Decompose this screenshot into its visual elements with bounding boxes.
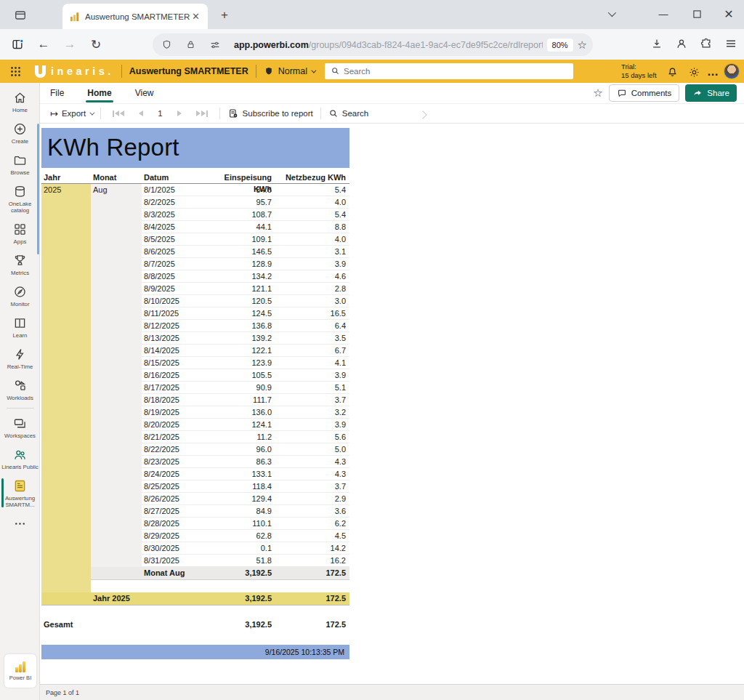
sidebar-item-power-bi[interactable]: Power BI	[4, 654, 36, 688]
table-body: 2025Aug8/1/202584.65.48/2/202595.74.08/3…	[41, 184, 349, 567]
menu-tab-file[interactable]: File	[49, 85, 65, 101]
sensitivity-label-dropdown[interactable]: Normal	[264, 66, 315, 76]
refresh-icon[interactable]: ↻	[86, 34, 106, 55]
sidebar-scrollbar[interactable]	[37, 124, 39, 254]
previous-page-icon[interactable]	[139, 110, 143, 116]
monitor-icon	[12, 284, 28, 299]
minimize-button[interactable]: —	[647, 0, 680, 28]
sidebar-nav: HomeCreateBrowseOneLake catalogAppsMetri…	[0, 86, 40, 535]
sidebar-item-onelake-catalog[interactable]: OneLake catalog	[0, 180, 40, 217]
sidebar-item-metrics[interactable]: Metrics	[0, 249, 40, 280]
shield-icon[interactable]	[161, 39, 179, 50]
sidebar-item-real-time[interactable]: Real-Time	[0, 342, 40, 374]
sidebar-item-browse[interactable]: Browse	[0, 148, 40, 180]
table-cell	[41, 345, 91, 357]
sidebar-item-label: Auswertung SMARTM...	[1, 495, 39, 508]
tab-actions-icon[interactable]	[12, 7, 29, 24]
sidebar-item-create[interactable]: Create	[0, 117, 40, 148]
profile-icon[interactable]	[671, 33, 692, 54]
trial-status: Trial: 15 days left	[621, 63, 657, 80]
sidebar-item-linearis-public[interactable]: Linearis Public	[0, 443, 40, 474]
table-cell: 124.1	[206, 419, 275, 431]
subscribe-button[interactable]: Subscribe to report	[220, 104, 320, 123]
linearis-logo[interactable]: inearis.	[35, 65, 114, 78]
notifications-bell-icon[interactable]	[664, 64, 680, 80]
menu-tab-view[interactable]: View	[134, 85, 155, 101]
table-cell: 2.8	[275, 283, 349, 295]
sidebar-item-home[interactable]: Home	[0, 86, 40, 117]
table-cell: 8/3/2025	[142, 209, 206, 221]
first-page-icon[interactable]	[113, 110, 124, 117]
lock-icon[interactable]	[185, 39, 203, 50]
table-cell	[41, 518, 91, 530]
table-cell: 8.8	[275, 221, 349, 233]
toolbar-overflow-chevron-icon[interactable]	[420, 108, 426, 121]
jahr-total-label: Jahr 2025	[91, 592, 142, 604]
table-cell	[91, 196, 142, 209]
table-cell: 111.7	[206, 394, 275, 406]
maximize-button[interactable]	[680, 0, 713, 28]
zoom-level-badge[interactable]: 80%	[547, 39, 573, 52]
page-number[interactable]: 1	[158, 109, 162, 118]
url-bar[interactable]: app.powerbi.com/groups/094d3cab-f824-4ae…	[153, 33, 593, 56]
browser-tab[interactable]: Auswertung SMARTMETER - Po ✕	[62, 4, 208, 29]
plus-circle-icon	[12, 121, 28, 137]
table-cell: 8/25/2025	[142, 480, 206, 493]
new-tab-button[interactable]: +	[217, 7, 232, 23]
table-cell: 129.4	[206, 493, 275, 505]
table-cell	[41, 196, 91, 209]
comments-button[interactable]: Comments	[609, 84, 680, 102]
table-cell: 44.1	[206, 221, 275, 233]
edge-workspaces-icon[interactable]	[7, 34, 28, 55]
table-cell: 3.7	[275, 480, 349, 493]
table-cell: 128.9	[206, 258, 275, 270]
extensions-icon[interactable]	[696, 33, 716, 54]
user-avatar[interactable]	[724, 63, 740, 79]
forward-icon[interactable]: →	[60, 34, 80, 55]
global-search-input[interactable]	[325, 63, 573, 79]
sidebar-item-monitor[interactable]: Monitor	[0, 280, 40, 311]
table-cell	[91, 258, 142, 270]
settings-gear-icon[interactable]	[686, 64, 702, 80]
sidebar-item-learn[interactable]: Learn	[0, 311, 40, 342]
sidebar-item-more[interactable]	[0, 512, 40, 535]
table-row: 8/7/2025128.93.9	[41, 258, 349, 270]
sidebar-item-label: Real-Time	[7, 363, 33, 370]
back-icon[interactable]: ←	[33, 34, 54, 55]
sidebar: HomeCreateBrowseOneLake catalogAppsMetri…	[0, 83, 40, 700]
table-cell: 4.3	[275, 468, 349, 480]
table-row: 8/19/2025136.03.2	[41, 406, 349, 419]
next-page-icon[interactable]	[177, 110, 182, 116]
browser-menu-icon[interactable]	[721, 33, 741, 54]
app-launcher-icon[interactable]	[6, 62, 25, 81]
share-button[interactable]: Share	[685, 84, 737, 102]
sidebar-item-workspaces[interactable]: Workspaces	[0, 411, 40, 443]
sidebar-item-auswertung-smartm[interactable]: Auswertung SMARTM...	[0, 474, 40, 512]
sidebar-item-apps[interactable]: Apps	[0, 217, 40, 249]
table-cell	[41, 233, 91, 246]
sidebar-item-label: Workspaces	[4, 433, 36, 439]
tab-list-chevron-icon[interactable]	[594, 0, 628, 28]
table-cell	[41, 295, 91, 307]
favorite-report-star-icon[interactable]: ☆	[593, 87, 602, 100]
report-search-button[interactable]: Search	[321, 104, 376, 123]
table-cell	[41, 456, 91, 468]
table-cell: 2.9	[275, 493, 349, 505]
table-cell: 136.0	[206, 406, 275, 419]
table-cell: 3.9	[275, 369, 349, 382]
table-cell: 108.7	[206, 209, 275, 221]
export-button[interactable]: ↦ Export	[43, 104, 100, 123]
tab-close-icon[interactable]: ✕	[190, 11, 202, 22]
last-page-icon[interactable]	[196, 110, 208, 117]
menu-tab-home[interactable]: Home	[86, 85, 113, 101]
close-window-button[interactable]: ✕	[712, 0, 744, 28]
tracking-prevention-icon[interactable]	[209, 39, 227, 51]
more-options-icon[interactable]: …	[705, 64, 721, 80]
table-cell	[41, 246, 91, 258]
table-row: 8/17/202590.95.1	[41, 382, 349, 394]
favorite-star-icon[interactable]: ☆	[578, 39, 587, 52]
table-cell	[41, 221, 91, 233]
download-icon[interactable]	[647, 33, 667, 54]
url-text[interactable]: app.powerbi.com/groups/094d3cab-f824-4ae…	[234, 40, 543, 50]
sidebar-item-workloads[interactable]: Workloads	[0, 374, 40, 405]
